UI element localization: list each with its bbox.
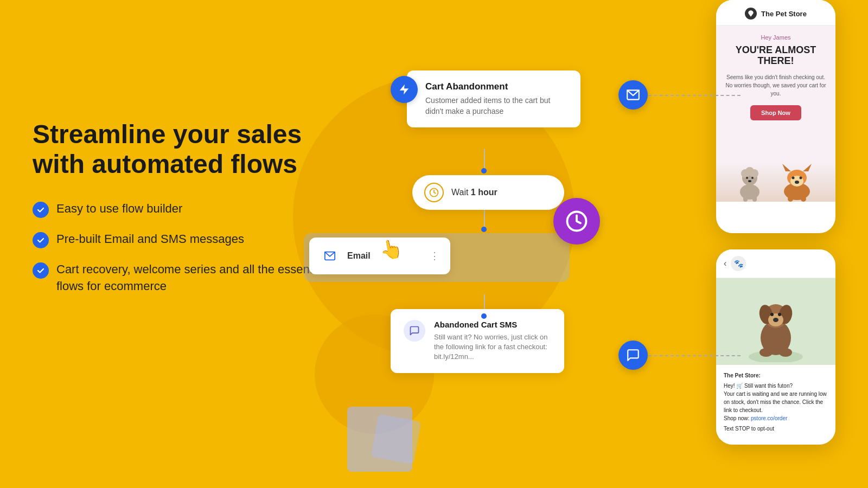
svg-point-19 — [792, 176, 795, 179]
poodle-dog — [732, 153, 770, 202]
wait-icon — [424, 183, 444, 202]
paw-icon: 🐾 — [731, 256, 746, 271]
headline: Streamline your sales with automated flo… — [33, 119, 336, 179]
blue-rect-2 — [371, 414, 422, 465]
connector-line-1 — [484, 149, 485, 170]
svg-point-21 — [795, 181, 799, 184]
svg-point-30 — [770, 313, 774, 316]
svg-rect-22 — [788, 196, 793, 202]
left-content: Streamline your sales with automated flo… — [33, 119, 336, 295]
svg-point-34 — [779, 348, 792, 357]
dashed-line-top — [648, 95, 741, 96]
float-chat-icon — [618, 341, 648, 370]
email-icon — [320, 246, 340, 266]
svg-point-20 — [800, 176, 802, 179]
svg-marker-17 — [782, 164, 791, 171]
feature-item-1: Easy to use flow builder — [33, 201, 336, 218]
sms-shop-label: Shop now: — [724, 415, 751, 421]
phone-email-body: Hey James YOU'RE ALMOST THERE! Seems lik… — [716, 25, 835, 137]
svg-marker-18 — [803, 164, 812, 171]
cart-abandonment-content: Cart Abandonment Customer added items to… — [425, 81, 567, 117]
wait-card: Wait 1 hour — [412, 175, 564, 210]
feature-item-3: Cart recovery, welcome series and all th… — [33, 261, 336, 295]
trigger-icon — [391, 76, 418, 103]
sms-link: pstore.co/order — [751, 415, 787, 421]
feature-item-2: Pre-built Email and SMS messages — [33, 231, 336, 248]
svg-point-8 — [750, 169, 758, 178]
pet-image-area — [716, 137, 835, 202]
sms-card-content: Abandoned Cart SMS Still want it? No wor… — [434, 320, 551, 362]
dashed-line-bottom — [648, 355, 741, 356]
phone-sms: ‹ 🐾 The Pet Store: He — [716, 249, 835, 445]
feature-list: Easy to use flow builder Pre-built Email… — [33, 201, 336, 295]
float-email-icon — [618, 80, 648, 110]
sms-icon — [404, 320, 425, 342]
check-icon-2 — [33, 232, 49, 248]
corgi-dog — [776, 156, 819, 202]
connector-dot-1 — [481, 168, 487, 174]
svg-point-11 — [748, 180, 751, 182]
connector-dot-2 — [481, 227, 487, 232]
svg-rect-23 — [801, 196, 806, 202]
sitting-dog-svg — [743, 281, 808, 362]
sms-bubble-area: The Pet Store: Hey! 🛒 Still want this fu… — [716, 365, 835, 439]
svg-point-33 — [760, 348, 773, 357]
check-icon-3 — [33, 262, 49, 279]
dog-photo-area — [716, 278, 835, 365]
phone-header: The Pet Store — [716, 0, 835, 25]
svg-rect-13 — [752, 195, 757, 202]
phone-email-headline: YOU'RE ALMOST THERE! — [724, 45, 828, 67]
cart-abandonment-card-inner: Cart Abandonment Customer added items to… — [407, 70, 580, 127]
wait-card-wrapper: Wait 1 hour — [412, 175, 564, 210]
connector-dot-3 — [481, 313, 487, 319]
svg-point-32 — [773, 318, 778, 322]
phone-bottom-header: ‹ 🐾 — [716, 249, 835, 278]
phone-email: The Pet Store Hey James YOU'RE ALMOST TH… — [716, 0, 835, 233]
check-icon-1 — [33, 202, 49, 218]
purple-clock-icon — [553, 198, 600, 245]
wait-text: Wait 1 hour — [451, 188, 497, 197]
store-logo — [745, 8, 757, 20]
cursor-hand: 👆 — [378, 237, 404, 262]
sms-card: Abandoned Cart SMS Still want it? No wor… — [391, 309, 564, 373]
back-arrow: ‹ — [724, 259, 726, 268]
sms-card-wrapper: Abandoned Cart SMS Still want it? No wor… — [391, 309, 564, 373]
svg-point-10 — [751, 177, 754, 179]
shop-now-button[interactable]: Shop Now — [750, 105, 801, 120]
email-menu-dots[interactable]: ⋮ — [430, 250, 439, 262]
svg-point-31 — [778, 313, 781, 316]
svg-rect-12 — [743, 195, 748, 202]
cart-abandonment-card: Cart Abandonment Customer added items to… — [407, 70, 580, 127]
connector-line-2 — [484, 208, 485, 228]
svg-point-9 — [746, 177, 748, 179]
